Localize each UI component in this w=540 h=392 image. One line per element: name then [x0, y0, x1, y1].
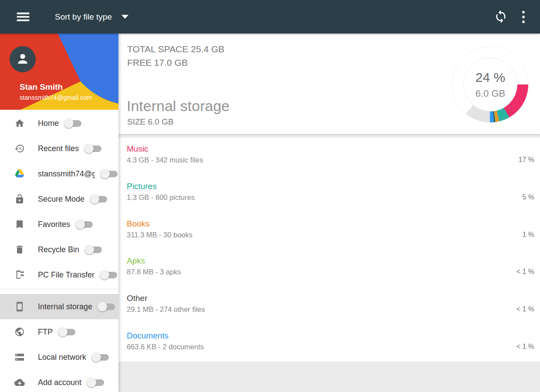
lock-open-icon — [14, 194, 25, 204]
history-icon — [14, 143, 25, 154]
avatar[interactable] — [10, 46, 36, 72]
drawer-item-add-account[interactable]: Add account — [0, 370, 118, 392]
secure-mode-toggle[interactable] — [84, 143, 102, 154]
secure-mode-toggle[interactable] — [100, 169, 118, 179]
sync-icon[interactable] — [494, 10, 508, 24]
navigation-drawer: Stan Smith stanssmith74@gmail.com Home R… — [0, 34, 118, 392]
user-email: stanssmith74@gmail.com — [20, 94, 92, 101]
storage-donut-chart: 24 % 6.0 GB — [452, 46, 529, 123]
category-name: Pictures — [127, 182, 540, 191]
drawer-divider — [0, 289, 118, 289]
category-row[interactable]: Other 29.1 MB - 274 other files < 1 % — [118, 287, 540, 324]
drawer-item-recent-files[interactable]: Recent files — [0, 136, 118, 161]
secure-mode-toggle[interactable] — [87, 377, 105, 388]
storage-size-label: SIZE 6.0 GB — [127, 117, 174, 127]
drawer-item-recycle-bin[interactable]: Recycle Bin — [0, 237, 118, 262]
drawer-item-label: Secure Mode — [38, 195, 84, 204]
drawer-item-label: Recycle Bin — [38, 245, 79, 254]
drawer-item-drive-account[interactable]: stanssmith74@gm... — [0, 161, 118, 186]
category-detail: 1.3 GB - 800 pictures — [127, 193, 540, 202]
sort-label: Sort by file type — [55, 12, 112, 22]
overflow-menu-icon[interactable] — [519, 10, 528, 24]
category-percent: < 1 % — [516, 268, 534, 276]
drawer-header: Stan Smith stanssmith74@gmail.com — [0, 34, 118, 110]
category-detail: 4.3 GB - 342 music files — [127, 155, 540, 164]
drawer-item-label: Home — [38, 119, 59, 128]
category-name: Documents — [127, 331, 540, 340]
toggle-knob — [58, 327, 68, 337]
free-space-label: FREE 17.0 GB — [127, 57, 188, 68]
toggle-knob — [87, 378, 96, 387]
pc-file-transfer-icon — [14, 270, 25, 280]
secure-mode-toggle[interactable] — [91, 352, 110, 362]
category-row[interactable]: Apks 87.8 MB - 3 apks < 1 % — [118, 250, 540, 287]
donut-center: 24 % 6.0 GB — [463, 57, 517, 112]
drawer-item-ftp[interactable]: FTP — [0, 319, 118, 345]
home-icon — [14, 118, 25, 128]
caret-down-icon — [122, 15, 128, 19]
globe-icon — [14, 327, 25, 337]
topbar: Sort by file type — [0, 0, 540, 34]
category-detail: 311.3 MB - 30 books — [127, 230, 540, 239]
category-row[interactable]: Documents 663.6 KB - 2 documents < 1 % — [118, 324, 540, 362]
content-footer — [118, 362, 540, 392]
secure-mode-toggle[interactable] — [90, 194, 108, 204]
used-percent: 24 % — [476, 70, 505, 85]
person-icon — [15, 51, 30, 66]
category-percent: < 1 % — [516, 305, 534, 313]
toggle-knob — [64, 118, 74, 128]
category-row[interactable]: Music 4.3 GB - 342 music files 17 % — [118, 138, 540, 175]
category-row[interactable]: Books 311.3 MB - 30 books 1 % — [118, 213, 540, 250]
category-name: Music — [127, 144, 540, 153]
cloud-add-icon — [14, 377, 25, 388]
storage-title: Internal storage — [127, 98, 230, 115]
drawer-item-pc-file-transfer[interactable]: PC File Transfer — [0, 262, 118, 287]
local-network-icon — [14, 352, 25, 362]
drawer-item-local-network[interactable]: Local network — [0, 345, 118, 370]
toggle-knob — [84, 144, 94, 153]
category-row[interactable]: Pictures 1.3 GB - 800 pictures 5 % — [118, 175, 540, 213]
secure-mode-toggle[interactable] — [100, 270, 118, 280]
category-percent: < 1 % — [516, 343, 534, 351]
sort-selector[interactable]: Sort by file type — [55, 0, 128, 34]
used-size: 6.0 GB — [476, 88, 505, 99]
toggle-knob — [100, 169, 110, 179]
category-name: Other — [127, 294, 540, 303]
storage-summary-card: TOTAL SPACE 25.4 GB FREE 17.0 GB Interna… — [118, 34, 540, 134]
toggle-knob — [91, 352, 101, 362]
drawer-item-label: FTP — [38, 328, 53, 337]
drawer-item-label: Internal storage — [38, 302, 92, 311]
drawer-item-label: Local network — [38, 353, 86, 362]
category-percent: 5 % — [522, 193, 534, 201]
toggle-knob — [84, 245, 94, 254]
user-name: Stan Smith — [20, 82, 63, 92]
bookmark-icon — [14, 219, 25, 230]
category-detail: 87.8 MB - 3 apks — [127, 267, 540, 276]
toggle-knob — [100, 270, 109, 280]
category-list: Music 4.3 GB - 342 music files 17 % Pict… — [118, 138, 540, 362]
toggle-knob — [75, 220, 85, 229]
category-detail: 29.1 MB - 274 other files — [127, 305, 540, 314]
drawer-item-internal-storage[interactable]: Internal storage — [0, 294, 118, 319]
category-percent: 17 % — [519, 156, 534, 164]
drawer-item-secure-mode[interactable]: Secure Mode — [0, 186, 118, 212]
drawer-item-label: Add account — [38, 378, 81, 387]
category-name: Books — [127, 219, 540, 228]
hamburger-menu-icon[interactable] — [15, 9, 31, 25]
category-percent: 1 % — [522, 231, 534, 239]
total-space-label: TOTAL SPACE 25.4 GB — [127, 44, 224, 54]
drawer-item-favorites[interactable]: Favorites — [0, 212, 118, 237]
category-detail: 663.6 KB - 2 documents — [127, 342, 540, 351]
drawer-item-home[interactable]: Home — [0, 111, 118, 136]
secure-mode-toggle[interactable] — [84, 244, 103, 255]
drawer-item-label: stanssmith74@gm... — [38, 169, 95, 179]
secure-mode-toggle[interactable] — [98, 301, 116, 312]
drawer-menu: Home Recent files stanssmith74@gm... Sec… — [0, 110, 118, 392]
secure-mode-toggle[interactable] — [64, 118, 82, 128]
google-drive-icon — [14, 169, 25, 179]
secure-mode-toggle[interactable] — [75, 219, 94, 230]
secure-mode-toggle[interactable] — [58, 327, 76, 337]
toggle-knob — [98, 302, 107, 311]
content-area: TOTAL SPACE 25.4 GB FREE 17.0 GB Interna… — [118, 34, 540, 392]
drawer-item-label: Favorites — [38, 220, 70, 229]
